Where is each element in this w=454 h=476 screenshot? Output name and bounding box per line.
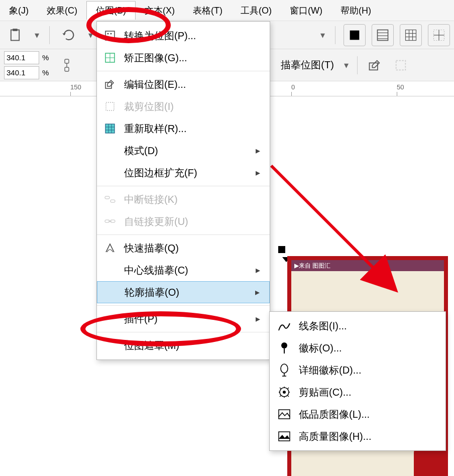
- menu-help[interactable]: 帮助(H): [331, 2, 380, 20]
- menu-convert-to-bitmap[interactable]: 转换为位图(P)...: [97, 25, 270, 47]
- submenu-lineart[interactable]: 线条图(I)...: [270, 315, 445, 337]
- menu-edit-bitmap[interactable]: 编辑位图(E)...: [97, 73, 270, 95]
- menu-table[interactable]: 表格(T): [184, 2, 232, 20]
- svg-point-39: [281, 364, 288, 373]
- svg-point-20: [107, 33, 109, 35]
- menu-object[interactable]: 象(J): [0, 2, 38, 20]
- menu-label: 插件(P): [124, 312, 249, 326]
- break-link-icon: [103, 194, 117, 204]
- highq-icon: [277, 431, 292, 442]
- ruler-tick: 150: [70, 83, 81, 96]
- menu-centerline-trace[interactable]: 中心线描摹(C) ▸: [97, 259, 270, 281]
- detailed-logo-icon: [277, 364, 292, 377]
- paste-button[interactable]: [4, 24, 26, 46]
- menu-label: 剪贴画(C)...: [299, 386, 351, 399]
- edit-bitmap-icon: [103, 78, 117, 90]
- lowq-icon: [277, 409, 292, 420]
- menu-outline-trace[interactable]: 轮廓描摹(O) ▸: [97, 281, 270, 303]
- lock-ratio-button[interactable]: [56, 54, 78, 76]
- menu-label: 中断链接(K): [124, 193, 264, 206]
- menu-crop-bitmap: 裁剪位图(I): [97, 95, 270, 117]
- menu-separator: [97, 332, 270, 332]
- ruler-tick: 0: [291, 83, 295, 96]
- trace-bitmap-button[interactable]: 描摹位图(T): [277, 58, 338, 72]
- menu-label: 详细徽标(D)...: [299, 364, 361, 377]
- menu-label: 位图遮罩(M): [124, 339, 264, 352]
- menubar: 象(J) 效果(C) 位图(B) 文本(X) 表格(T) 工具(O) 窗口(W)…: [0, 0, 454, 21]
- submenu-low-quality[interactable]: 低品质图像(L)...: [270, 403, 445, 425]
- fullscreen-button[interactable]: [344, 24, 366, 46]
- svg-rect-28: [105, 124, 115, 133]
- scale-x-input[interactable]: [4, 51, 39, 64]
- ruler-tick: 50: [397, 83, 404, 96]
- chevron-right-icon: ▸: [255, 287, 263, 298]
- scale-y-input[interactable]: [4, 66, 39, 79]
- menu-label: 轮廓描摹(O): [125, 286, 248, 299]
- menu-window[interactable]: 窗口(W): [281, 2, 331, 20]
- menu-inflate-bitmap[interactable]: 位图边框扩充(F) ▸: [97, 162, 270, 184]
- menu-plugins[interactable]: 插件(P) ▸: [97, 308, 270, 330]
- menu-separator: [97, 71, 270, 71]
- undo-button[interactable]: [58, 24, 80, 46]
- submenu-logo[interactable]: 徽标(O)...: [270, 337, 445, 359]
- svg-rect-33: [105, 196, 109, 199]
- menu-break-link: 中断链接(K): [97, 188, 270, 210]
- resample-icon: [103, 123, 117, 135]
- paste-dropdown-icon[interactable]: ▾: [32, 30, 41, 41]
- menu-straighten-image[interactable]: 矫正图像(G)...: [97, 47, 270, 69]
- svg-rect-45: [279, 432, 290, 441]
- svg-point-22: [107, 36, 109, 38]
- svg-rect-2: [350, 30, 360, 40]
- chevron-right-icon: ▸: [256, 167, 264, 178]
- menu-label: 位图边框扩充(F): [124, 166, 249, 180]
- menu-text[interactable]: 文本(X): [136, 2, 184, 20]
- menu-bitmap-mask[interactable]: 位图遮罩(M): [97, 334, 270, 356]
- svg-rect-7: [406, 30, 416, 40]
- svg-point-21: [110, 33, 112, 35]
- trace-dropdown-icon[interactable]: ▾: [342, 60, 351, 71]
- menu-effects[interactable]: 效果(C): [38, 2, 86, 20]
- edit-bitmap-button[interactable]: [364, 54, 386, 76]
- submenu-high-quality[interactable]: 高质量图像(H)...: [270, 425, 445, 447]
- guidelines-button[interactable]: [428, 24, 450, 46]
- rulers-button[interactable]: [372, 24, 394, 46]
- menu-bitmap[interactable]: 位图(B): [86, 1, 136, 20]
- unit-label: %: [39, 53, 52, 62]
- separator: [49, 26, 50, 44]
- selection-handle[interactable]: [278, 246, 285, 253]
- convert-bitmap-icon: [103, 30, 117, 42]
- submenu-clipart[interactable]: 剪贴画(C)...: [270, 381, 445, 403]
- zoom-dropdown-icon[interactable]: ▾: [318, 30, 327, 41]
- menu-mode[interactable]: 模式(D) ▸: [97, 140, 270, 162]
- svg-rect-16: [65, 67, 69, 71]
- submenu-detailed-logo[interactable]: 详细徽标(D)...: [270, 359, 445, 381]
- chevron-right-icon: ▸: [256, 145, 264, 156]
- menu-resample[interactable]: 重新取样(R)...: [97, 117, 270, 140]
- logo-icon: [277, 341, 292, 354]
- svg-point-43: [283, 391, 286, 394]
- menu-separator: [97, 305, 270, 306]
- menu-label: 自链接更新(U): [124, 215, 264, 228]
- chevron-right-icon: ▸: [256, 313, 264, 324]
- auto-update-icon: [103, 216, 117, 226]
- bitmap-menu: 转换为位图(P)... 矫正图像(G)... 编辑位图(E)... 裁剪位图(I…: [96, 21, 270, 360]
- outline-trace-submenu: 线条图(I)... 徽标(O)... 详细徽标(D)... 剪贴画(C)... …: [269, 311, 446, 451]
- menu-separator: [97, 186, 270, 186]
- menu-tools[interactable]: 工具(O): [232, 2, 281, 20]
- crop-button[interactable]: [390, 54, 412, 76]
- undo-dropdown-icon[interactable]: ▾: [86, 30, 95, 41]
- grid-button[interactable]: [400, 24, 422, 46]
- svg-rect-34: [110, 200, 115, 202]
- menu-label: 矫正图像(G)...: [124, 51, 264, 65]
- separator: [335, 26, 335, 44]
- svg-rect-15: [65, 59, 69, 63]
- menu-label: 徽标(O)...: [299, 341, 342, 355]
- menu-label: 重新取样(R)...: [124, 122, 264, 136]
- menu-label: 模式(D): [124, 144, 249, 158]
- svg-rect-27: [106, 102, 114, 110]
- chevron-right-icon: ▸: [256, 265, 264, 276]
- menu-quick-trace[interactable]: 快速描摹(Q): [97, 237, 270, 259]
- menu-label: 线条图(I)...: [299, 319, 347, 333]
- clipart-icon: [277, 386, 292, 399]
- menu-label: 编辑位图(E)...: [124, 78, 264, 91]
